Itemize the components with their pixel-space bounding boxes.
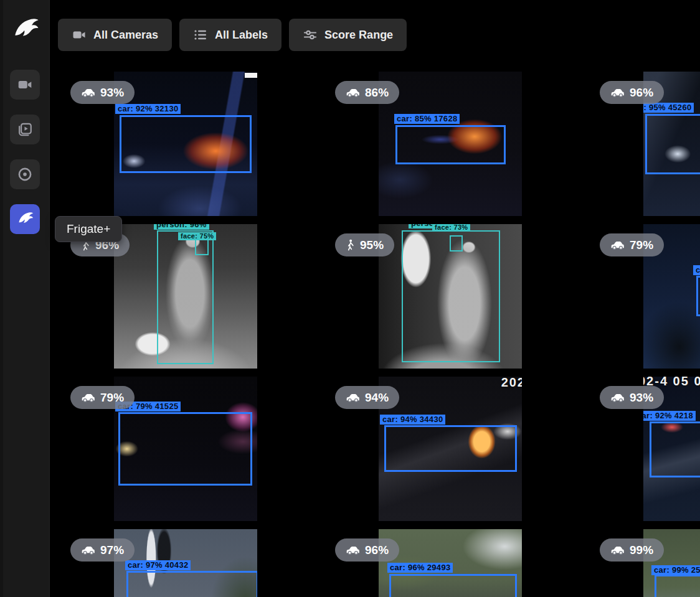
detection-cell[interactable]: car: 92% 32130 93%	[60, 72, 311, 216]
face-label: face: 73%	[432, 224, 470, 232]
score-label: 79%	[630, 238, 653, 252]
score-badge: 96%	[335, 538, 399, 562]
sidebar-item-export[interactable]	[10, 159, 40, 189]
review-play-icon	[17, 121, 33, 138]
timestamp-fragment	[245, 73, 257, 78]
detection-cell[interactable]: 02-4 05 0 car: 92% 4218 93%	[590, 377, 700, 521]
score-badge: 97%	[70, 538, 135, 562]
all-cameras-filter-button[interactable]: All Cameras	[58, 19, 172, 51]
detection-cell[interactable]: person: 94% face: 73% 95%	[325, 224, 575, 369]
score-range-filter-button[interactable]: Score Range	[289, 19, 407, 51]
detection-cell[interactable]: person: 96% face: 75% 96%	[60, 224, 311, 369]
car-icon	[610, 545, 625, 555]
main-content: All Cameras All Labels Score Range car:	[50, 19, 700, 597]
score-label: 95%	[360, 238, 384, 252]
sidebar-nav	[10, 70, 40, 234]
bbox-label: car: 95% 45260	[643, 103, 694, 113]
bbox-label: car: 85% 17628	[394, 114, 460, 124]
car-bounding-box	[389, 574, 517, 597]
score-badge: 86%	[335, 81, 399, 104]
detection-grid: car: 92% 32130 93% car: 85% 17628	[60, 72, 700, 597]
car-icon	[346, 545, 360, 555]
score-label: 79%	[100, 391, 124, 405]
car-icon	[81, 545, 95, 555]
detection-thumbnail: 202 car: 94% 34430	[379, 377, 522, 521]
score-label: 93%	[100, 86, 124, 100]
score-label: 86%	[365, 86, 389, 100]
bbox-label: person: 96%	[154, 224, 209, 230]
score-label: 94%	[365, 391, 389, 405]
score-badge: 96%	[600, 81, 664, 104]
frigate-logo	[10, 15, 40, 45]
filter-toolbar: All Cameras All Labels Score Range	[58, 19, 700, 51]
face-label: face: 75%	[178, 232, 216, 240]
score-badge: 93%	[70, 81, 135, 104]
car-icon	[81, 393, 95, 402]
detection-cell[interactable]: car: 96% 29493 96%	[325, 529, 575, 597]
bbox-label: car: 94% 34430	[380, 415, 445, 425]
frigate-plus-bird-icon	[16, 210, 34, 228]
car-bounding-box	[395, 125, 506, 164]
score-label: 96%	[365, 543, 389, 557]
detection-thumbnail: car: 96% 29493	[379, 529, 522, 597]
bbox-label: car: 96% 29493	[387, 563, 453, 573]
bbox-label: car: 92% 4218	[643, 411, 696, 421]
score-label: 96%	[630, 86, 653, 100]
score-badge: 93%	[600, 386, 664, 409]
frigate-bird-icon	[11, 16, 39, 44]
detection-cell[interactable]: car: 85% 17628 86%	[325, 72, 575, 216]
detection-thumbnail: person: 94% face: 73%	[379, 224, 522, 369]
detection-cell[interactable]: car: 79% 79%	[590, 224, 700, 369]
car-bounding-box	[120, 115, 252, 173]
score-label: 99%	[630, 543, 653, 557]
score-badge: 79%	[70, 386, 135, 409]
frigate-plus-tooltip: Frigate+	[55, 216, 122, 242]
bbox-label: car: 97% 40432	[125, 560, 191, 570]
car-bounding-box	[384, 425, 517, 472]
car-icon	[610, 393, 625, 402]
car-icon	[346, 88, 360, 97]
person-icon	[346, 238, 355, 251]
detection-thumbnail: car: 97% 40432	[114, 529, 257, 597]
score-badge: 94%	[335, 386, 399, 409]
detection-cell[interactable]: car: 95% 45260 96%	[590, 72, 700, 216]
car-bounding-box	[696, 276, 700, 316]
face-bounding-box	[450, 235, 463, 251]
filter-label: Score Range	[324, 29, 393, 42]
car-icon	[81, 88, 95, 97]
detection-cell[interactable]: car: 97% 40432 97%	[60, 529, 311, 597]
score-badge: 95%	[335, 233, 394, 256]
score-badge: 79%	[600, 233, 664, 256]
sidebar-item-review[interactable]	[10, 115, 40, 144]
all-labels-filter-button[interactable]: All Labels	[179, 19, 281, 51]
filter-label: All Labels	[215, 29, 268, 42]
sidebar	[0, 0, 50, 597]
sidebar-item-live[interactable]	[10, 70, 40, 100]
car-bounding-box	[655, 575, 700, 597]
detection-thumbnail: car: 79% 41525	[114, 377, 257, 521]
car-icon	[610, 88, 625, 97]
car-icon	[346, 393, 360, 402]
detection-cell[interactable]: car: 99% 25 99%	[590, 529, 700, 597]
camera-timestamp: 202	[501, 377, 522, 390]
camera-filter-icon	[72, 27, 87, 42]
face-bounding-box	[195, 238, 209, 255]
score-badge: 99%	[600, 538, 664, 562]
car-bounding-box	[126, 571, 257, 597]
bbox-label: car: 79%	[693, 265, 700, 275]
list-filter-icon	[193, 27, 208, 42]
detection-thumbnail: person: 96% face: 75%	[114, 224, 257, 369]
car-bounding-box	[118, 412, 252, 486]
detection-cell[interactable]: car: 79% 41525 79%	[60, 377, 311, 521]
detection-thumbnail: car: 85% 17628	[379, 72, 522, 216]
detection-cell[interactable]: 202 car: 94% 34430 94%	[325, 377, 575, 521]
score-label: 97%	[100, 543, 124, 557]
sliders-icon	[303, 27, 318, 42]
sidebar-item-frigate-plus[interactable]	[10, 204, 40, 234]
filter-label: All Cameras	[93, 29, 158, 42]
car-bounding-box	[650, 421, 700, 477]
score-label: 93%	[630, 391, 653, 405]
bbox-label: car: 92% 32130	[115, 104, 181, 114]
disc-icon	[17, 166, 33, 182]
bbox-label: car: 99% 25	[651, 565, 700, 575]
